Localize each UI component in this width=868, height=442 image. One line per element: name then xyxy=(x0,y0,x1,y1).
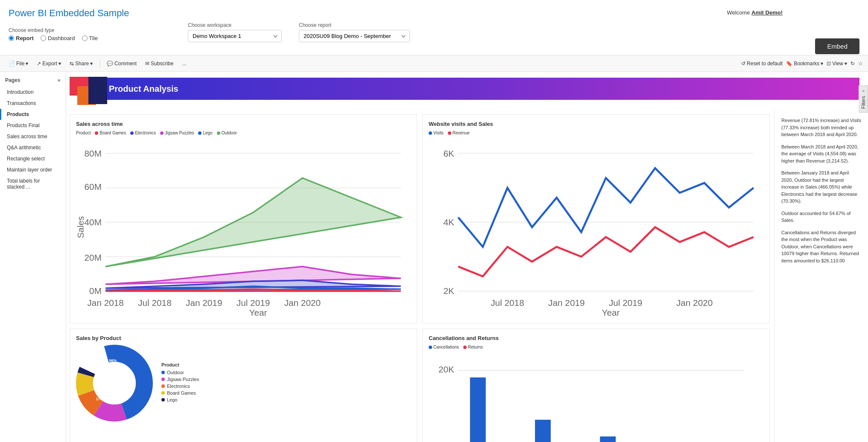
svg-text:Year: Year xyxy=(602,308,620,316)
legend-visits: Visits xyxy=(429,131,444,135)
filters-tab[interactable]: Filters ⌄ xyxy=(859,85,868,113)
sales-time-chart: Sales across time Product Board Games El… xyxy=(70,114,417,323)
bar-outdoor-cancel xyxy=(470,378,486,442)
svg-text:20K: 20K xyxy=(438,364,454,374)
workspace-select[interactable]: Demo Workspace 1 xyxy=(188,30,282,42)
bookmarks-button[interactable]: 🔖 Bookmarks ▾ xyxy=(786,61,823,67)
reset-button[interactable]: ↺ Reset to default xyxy=(741,61,783,67)
insight-5: Cancellations and Returns diverged the m… xyxy=(781,229,861,265)
report-group: Choose report 2020SU09 Blog Demo - Septe… xyxy=(299,22,410,42)
content-area: Product Analysis Sales across time Produ… xyxy=(66,72,868,442)
sales-time-svg: 80M 60M 40M 20M 0M Sales xyxy=(76,139,411,316)
svg-text:Jan 2019: Jan 2019 xyxy=(186,298,222,308)
svg-text:20M: 20M xyxy=(85,253,102,262)
svg-text:Jan 2020: Jan 2020 xyxy=(676,298,713,308)
subscribe-button[interactable]: ✉ Subscribe xyxy=(142,59,177,68)
star-button[interactable]: ☆ xyxy=(858,61,863,67)
sidebar-title: Pages xyxy=(5,77,20,83)
more-button[interactable]: ... xyxy=(178,59,190,68)
chevron-down-icon3: ▾ xyxy=(90,61,93,67)
deco-rect3 xyxy=(88,77,107,104)
insights-panel: Revenue (72.81% increase) and Visits (77… xyxy=(774,110,868,442)
app-title: Power BI Embedded Sample xyxy=(9,8,129,19)
cancellations-chart: Cancellations and Returns Cancellations … xyxy=(422,329,770,442)
refresh-icon: ↻ xyxy=(850,61,855,67)
toolbar: 📄 File ▾ ↗ Export ▾ ⇆ Share ▾ 💬 Comment … xyxy=(0,55,868,72)
share-icon: ⇆ xyxy=(70,61,74,67)
legend-cancellations: Cancellations xyxy=(429,345,459,349)
website-visits-legend: Visits Revenue xyxy=(429,131,763,135)
insight-3: Between January 2018 and April 2020, Out… xyxy=(781,169,861,205)
mail-icon: ✉ xyxy=(145,61,149,67)
product-banner: Product Analysis xyxy=(100,78,859,100)
share-button[interactable]: ⇆ Share ▾ xyxy=(66,59,96,68)
embed-button[interactable]: Embed xyxy=(815,38,859,54)
sales-product-title: Sales by Product xyxy=(76,335,411,341)
radio-dashboard[interactable]: Dashboard xyxy=(41,35,75,41)
svg-text:80M: 80M xyxy=(85,148,102,158)
sidebar-item-total[interactable]: Total labels for stacked ... xyxy=(0,175,66,192)
refresh-button[interactable]: ↻ xyxy=(850,61,855,67)
legend-jigsaw: Jigsaw Puzzles xyxy=(160,131,194,135)
svg-text:40M: 40M xyxy=(85,217,102,227)
svg-text:Jan 2020: Jan 2020 xyxy=(284,298,321,308)
svg-text:17.37%: 17.37% xyxy=(96,397,109,401)
sales-time-legend: Product Board Games Electronics xyxy=(76,131,411,135)
export-icon: ↗ xyxy=(37,61,41,67)
legend-boardgames2: Board Games xyxy=(161,390,199,395)
website-visits-title: Website visits and Sales xyxy=(429,121,763,127)
donut-row: 54.67% 17.37% 12.98% 11.96% Product xyxy=(76,345,411,422)
svg-text:6K: 6K xyxy=(444,148,455,158)
sidebar-item-rect[interactable]: Rectangle select xyxy=(0,153,66,164)
report-canvas: Product Analysis Sales across time Produ… xyxy=(66,72,868,442)
cancellations-legend: Cancellations Returns xyxy=(429,345,763,349)
svg-text:12.98%: 12.98% xyxy=(93,378,106,382)
file-button[interactable]: 📄 File ▾ xyxy=(5,59,32,68)
bar-elec-cancel xyxy=(535,420,551,442)
sidebar-item-qa[interactable]: Q&A arithmetic xyxy=(0,142,66,153)
donut-svg: 54.67% 17.37% 12.98% 11.96% xyxy=(76,345,153,422)
star-icon: ☆ xyxy=(858,61,863,67)
cancellations-svg: 20K 0K xyxy=(429,353,763,442)
view-button[interactable]: ⊡ View ▾ xyxy=(827,61,847,67)
separator1 xyxy=(99,59,100,68)
legend-electronics: Electronics xyxy=(130,131,156,135)
cancellations-title: Cancellations and Returns xyxy=(429,335,763,341)
comment-icon: 💬 xyxy=(107,61,113,67)
reset-icon: ↺ xyxy=(741,61,745,67)
legend-returns: Returns xyxy=(463,345,483,349)
sidebar-item-sales-time[interactable]: Sales across time xyxy=(0,131,66,142)
banner-title: Product Analysis xyxy=(109,84,178,94)
sidebar-item-introduction[interactable]: Introduction xyxy=(0,87,66,98)
legend-revenue: Revenue xyxy=(448,131,470,135)
website-visits-chart: Website visits and Sales Visits Revenue xyxy=(422,114,770,323)
radio-report[interactable]: Report xyxy=(9,35,34,41)
report-label: Choose report xyxy=(299,22,410,28)
sidebar-item-products[interactable]: Products xyxy=(0,109,66,120)
workspace-group: Choose workspace Demo Workspace 1 xyxy=(188,22,282,42)
chevron-filters-icon: ⌄ xyxy=(861,89,866,95)
svg-text:Sales: Sales xyxy=(76,216,85,238)
svg-text:0M: 0M xyxy=(89,286,102,296)
welcome-text: Welcome Amit Demo! xyxy=(727,9,783,16)
sidebar-item-layer[interactable]: Maintain layer order xyxy=(0,164,66,175)
svg-text:Jul 2018: Jul 2018 xyxy=(491,298,524,308)
comment-button[interactable]: 💬 Comment xyxy=(103,59,140,68)
collapse-icon[interactable]: « xyxy=(58,77,61,83)
svg-text:Jan 2018: Jan 2018 xyxy=(87,298,123,308)
radio-tile[interactable]: Tile xyxy=(82,35,98,41)
sidebar-item-products-final[interactable]: Products Final xyxy=(0,120,66,131)
legend-jigsaw2: Jigsaw Puzzles xyxy=(161,377,199,382)
visits-svg: 6K 4K 2K Jul xyxy=(429,139,763,316)
view-icon: ⊡ xyxy=(827,61,831,67)
report-select[interactable]: 2020SU09 Blog Demo - September xyxy=(299,30,410,42)
sidebar-item-transactions[interactable]: Transactions xyxy=(0,98,66,109)
donut-legend: Product Outdoor Jigsaw Puzzles xyxy=(161,362,199,404)
svg-text:11.96%: 11.96% xyxy=(104,358,117,363)
chevron-down-icon4: ▾ xyxy=(821,61,823,67)
export-button[interactable]: ↗ Export ▾ xyxy=(33,59,64,68)
sidebar: Pages « Introduction Transactions Produc… xyxy=(0,72,66,442)
svg-text:60M: 60M xyxy=(85,182,102,192)
embed-type-label: Choose embed type xyxy=(9,27,98,33)
chevron-down-icon: ▾ xyxy=(26,61,28,67)
